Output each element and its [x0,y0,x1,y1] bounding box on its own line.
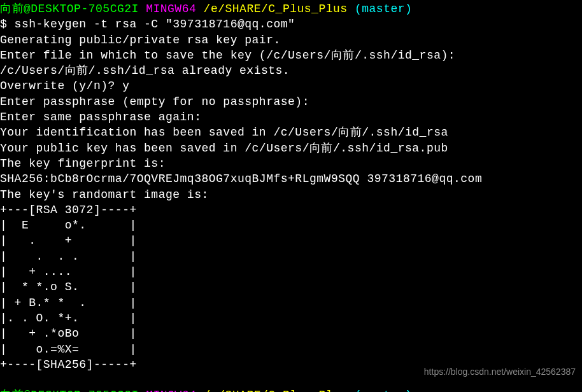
watermark-text: https://blog.csdn.net/weixin_42562387 [424,366,576,378]
output-line: Your identification has been saved in /c… [0,126,448,139]
prompt-host: DESKTOP-705CG2I [31,389,139,392]
output-line: SHA256:bCb8rOcrma/7OQVREJmq38OG7xuqBJMfs… [0,172,482,185]
prompt-line-2: 向前@DESKTOP-705CG2I MINGW64 /e/SHARE/C_Pl… [0,389,412,392]
randomart-line: | . + | [0,234,137,247]
output-line: The key fingerprint is: [0,157,166,170]
prompt-host: DESKTOP-705CG2I [31,3,139,15]
command-text: ssh-keygen -t rsa -C "397318716@qq.com" [15,18,295,31]
prompt-shell: MINGW64 [146,389,196,392]
command-prefix: $ [0,18,15,31]
prompt-user: 向前 [0,389,24,392]
randomart-line: | + .... | [0,265,137,278]
prompt-user: 向前 [0,3,24,15]
output-line: Enter same passphrase again: [0,111,201,123]
output-line: The key's randomart image is: [0,188,209,201]
prompt-branch: (master) [355,389,412,392]
prompt-shell: MINGW64 [146,3,196,15]
randomart-line: +---[RSA 3072]----+ [0,204,137,216]
output-line: Generating public/private rsa key pair. [0,34,281,46]
randomart-line: | E o*. | [0,219,137,232]
output-line: Enter file in which to save the key (/c/… [0,49,455,62]
output-line: Your public key has been saved in /c/Use… [0,142,448,155]
randomart-line: | o.=%X= | [0,343,137,356]
output-line: Enter passphrase (empty for no passphras… [0,95,309,108]
terminal-output[interactable]: 向前@DESKTOP-705CG2I MINGW64 /e/SHARE/C_Pl… [0,1,582,392]
output-line: Overwrite (y/n)? y [0,80,129,92]
prompt-line-1: 向前@DESKTOP-705CG2I MINGW64 /e/SHARE/C_Pl… [0,3,412,15]
randomart-line: |. . O. *+. | [0,312,137,325]
randomart-line: | + B.* * . | [0,297,137,309]
prompt-at: @ [24,389,31,392]
randomart-line: | * *.o S. | [0,281,137,293]
prompt-branch: (master) [355,3,412,15]
output-line: /c/Users/向前/.ssh/id_rsa already exists. [0,64,290,77]
randomart-line: +----[SHA256]-----+ [0,358,137,371]
randomart-line: | + .*oBo | [0,327,137,340]
prompt-path: /e/SHARE/C_Plus_Plus [204,389,348,392]
prompt-path: /e/SHARE/C_Plus_Plus [204,3,348,15]
randomart-line: | . . . | [0,250,137,263]
command-line: $ ssh-keygen -t rsa -C "397318716@qq.com… [0,18,295,31]
prompt-at: @ [24,3,31,15]
